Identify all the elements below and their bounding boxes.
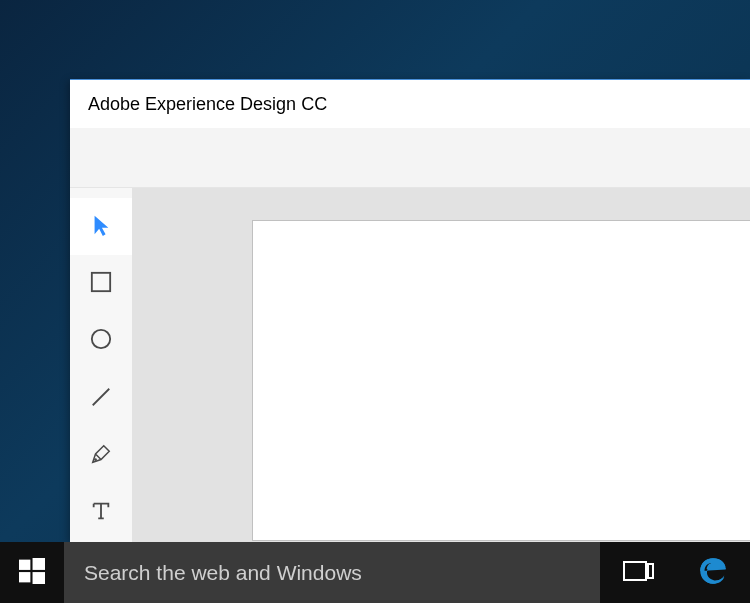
svg-point-3 bbox=[94, 458, 97, 461]
app-body bbox=[70, 188, 750, 542]
taskbar: Search the web and Windows bbox=[0, 542, 750, 603]
menubar bbox=[70, 128, 750, 188]
edge-browser-button[interactable] bbox=[675, 542, 750, 603]
rectangle-icon bbox=[90, 271, 112, 297]
svg-rect-5 bbox=[33, 558, 45, 570]
line-tool[interactable] bbox=[70, 370, 132, 427]
text-icon bbox=[90, 500, 112, 526]
rectangle-tool[interactable] bbox=[70, 255, 132, 312]
svg-rect-7 bbox=[33, 572, 45, 584]
pen-icon bbox=[90, 443, 112, 469]
svg-line-2 bbox=[93, 388, 110, 405]
select-tool[interactable] bbox=[70, 198, 132, 255]
svg-rect-9 bbox=[648, 564, 653, 578]
app-window: Adobe Experience Design CC bbox=[70, 79, 750, 542]
titlebar[interactable]: Adobe Experience Design CC bbox=[70, 80, 750, 128]
line-icon bbox=[90, 386, 112, 412]
tool-sidebar bbox=[70, 188, 132, 542]
artboard[interactable] bbox=[252, 220, 750, 541]
canvas-area[interactable] bbox=[132, 188, 750, 542]
ellipse-tool[interactable] bbox=[70, 313, 132, 370]
start-button[interactable] bbox=[0, 542, 64, 603]
svg-point-1 bbox=[92, 330, 110, 348]
app-title: Adobe Experience Design CC bbox=[88, 94, 327, 115]
text-tool[interactable] bbox=[70, 485, 132, 542]
windows-logo-icon bbox=[19, 558, 45, 588]
search-placeholder: Search the web and Windows bbox=[84, 561, 362, 585]
svg-rect-8 bbox=[624, 562, 646, 580]
svg-rect-6 bbox=[19, 572, 30, 582]
cursor-icon bbox=[90, 214, 112, 240]
ellipse-icon bbox=[90, 328, 112, 354]
task-view-button[interactable] bbox=[600, 542, 675, 603]
svg-rect-4 bbox=[19, 559, 30, 569]
taskbar-search-input[interactable]: Search the web and Windows bbox=[64, 542, 600, 603]
task-view-icon bbox=[621, 558, 655, 588]
edge-icon bbox=[696, 554, 730, 592]
svg-rect-0 bbox=[92, 273, 110, 291]
pen-tool[interactable] bbox=[70, 427, 132, 484]
